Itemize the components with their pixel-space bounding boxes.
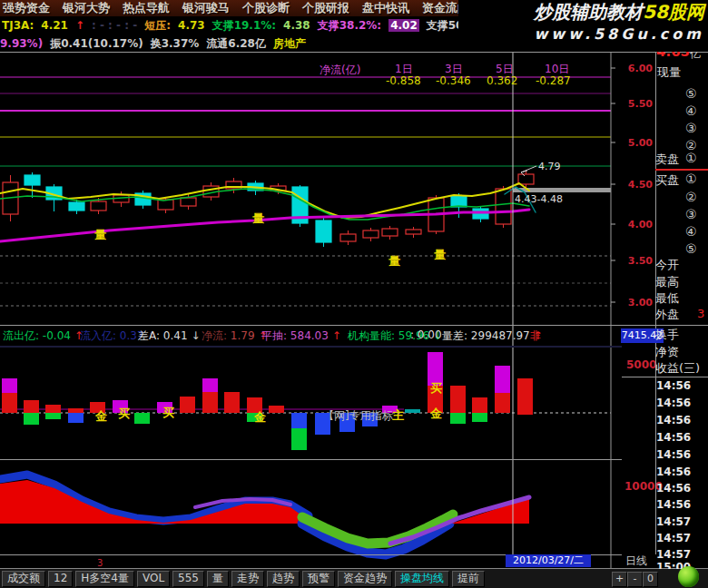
- tab-item[interactable]: H多空4量: [75, 571, 134, 587]
- signal-mark: 买: [118, 407, 130, 420]
- volume-bar: [24, 400, 39, 413]
- price-axis-label: 6.00: [615, 63, 653, 74]
- time-row: 14:56: [656, 482, 691, 495]
- price-axis-label: 3.00: [615, 297, 653, 309]
- queue-number: ⑤: [685, 86, 697, 101]
- tab-selected[interactable]: 操盘均线: [395, 571, 449, 587]
- queue-number: ②: [685, 190, 697, 204]
- watermark-line1: 炒股辅助教材58股网: [458, 0, 704, 24]
- candle-body: [158, 200, 173, 210]
- volume-bar: [495, 366, 510, 393]
- volume-bar: [24, 413, 39, 425]
- vol-mark: 量: [252, 211, 264, 225]
- signal-mark: 金: [253, 410, 267, 424]
- high-price-label: 4.79: [538, 161, 561, 172]
- candle-body: [451, 196, 467, 207]
- quote-row-label: 外盘: [655, 307, 679, 323]
- info-segment: : - : - : -: [92, 19, 137, 32]
- quote-row-label: 换手: [655, 327, 679, 343]
- candle-body: [496, 189, 511, 224]
- tab-item[interactable]: 趋势: [267, 571, 300, 587]
- sell-one-badge: ①: [685, 151, 697, 165]
- sell-label[interactable]: 卖盘: [655, 152, 679, 168]
- separator-indicator-top: [0, 325, 708, 326]
- signal-mark: 金: [94, 409, 108, 423]
- zoom-button[interactable]: -: [627, 572, 643, 587]
- netflow-col-value: -0.346: [436, 74, 471, 87]
- time-row: 14:56: [656, 466, 691, 478]
- vol-mark: 量: [94, 228, 106, 241]
- time-row: 14:56: [656, 379, 691, 392]
- tab-item[interactable]: 预警: [302, 571, 335, 587]
- tab-item[interactable]: VOL: [137, 571, 170, 587]
- info-segment: 支撑50%:: [427, 18, 458, 33]
- signal-mark: 买: [430, 381, 442, 395]
- time-row: 14:56: [656, 448, 691, 461]
- volume-bar: [45, 405, 61, 413]
- queue-number: ③: [685, 207, 697, 221]
- quote-info-row-1: TJ3A:4.21↑: - : - : -短压:4.73支撑19.1%:4.38…: [2, 18, 458, 33]
- time-row: 14:56: [656, 397, 691, 409]
- quote-row-value: 3: [697, 307, 704, 320]
- vol-mark: 量: [434, 248, 446, 261]
- bottom-left-number: 3: [97, 558, 103, 568]
- period-label[interactable]: 日线: [625, 554, 647, 569]
- separator-indicator-bottom: [0, 346, 622, 348]
- queue-number: ②: [685, 138, 697, 152]
- tab-item[interactable]: 555: [172, 571, 204, 587]
- netflow-col-value: -0.858: [386, 74, 421, 87]
- volume-bar: [472, 397, 487, 413]
- info-segment: 支撑19.1%:: [212, 18, 276, 33]
- tab-item[interactable]: 资金趋势: [338, 571, 392, 587]
- tab-item[interactable]: 量: [207, 571, 229, 587]
- price-axis-label: 4.50: [615, 179, 653, 191]
- price-axis-label: 5.50: [615, 98, 653, 110]
- info-segment: 短压:: [144, 18, 171, 33]
- price-axis-label: 5.00: [615, 137, 653, 149]
- volume-bar: [472, 413, 487, 422]
- tab-item[interactable]: 走势: [231, 571, 264, 587]
- time-row: 14:56: [656, 414, 691, 426]
- mid-axis-label: 5000: [626, 358, 656, 371]
- signal-mark: 主: [392, 408, 404, 422]
- price-range-label: 4.43-4.48: [515, 193, 563, 205]
- chart-canvas: 量量量量【网]专用指标金买买金买金主: [0, 0, 708, 588]
- tab-item[interactable]: 提前: [452, 571, 485, 587]
- separator-mid-panel: [0, 459, 622, 460]
- buy-label[interactable]: 买盘: [655, 172, 679, 189]
- time-row: 14:56: [656, 498, 691, 511]
- tab-item[interactable]: 12: [48, 571, 73, 587]
- info-segment: 4.21: [41, 19, 68, 32]
- volume-bar: [269, 406, 284, 413]
- vol-mark: 量: [388, 254, 400, 268]
- candle-body: [69, 202, 84, 211]
- volume-bar: [405, 409, 420, 413]
- candle-body: [340, 234, 356, 241]
- candle-body: [406, 230, 421, 234]
- queue-number: ④: [685, 224, 697, 239]
- time-row: 14:57: [656, 548, 691, 561]
- tab-item[interactable]: 成交额: [2, 571, 45, 587]
- volume-bar: [180, 397, 195, 413]
- volume-bar: [224, 392, 240, 413]
- stock-app-window: 量量量量【网]专用指标金买买金买金主 强势资金银河大势热点导航银河骏马个股诊断个…: [0, 0, 708, 588]
- date-box[interactable]: 2012/03/27/二: [506, 554, 591, 567]
- info-segment: ↑: [75, 19, 84, 32]
- watermark-line2: www.58Gu.com: [458, 24, 704, 45]
- volume-bar: [68, 413, 84, 423]
- volume-bar: [495, 393, 510, 413]
- info-segment: 流通6.28亿: [206, 36, 266, 51]
- netflow-col-value: -0.287: [536, 74, 571, 87]
- info-segment: 9.93%): [0, 37, 43, 50]
- quote-row-label: 收益(三): [655, 360, 700, 377]
- info-segment: 换3.37%: [151, 36, 200, 51]
- candle-body: [316, 220, 331, 242]
- separator-top: [0, 52, 708, 53]
- volume-bar: [134, 413, 150, 424]
- quote-row-label: 最高: [655, 274, 679, 290]
- zoom-button[interactable]: 0: [643, 572, 658, 587]
- zoom-button[interactable]: +: [612, 572, 627, 587]
- green-ball-icon[interactable]: [678, 566, 699, 587]
- info-segment: 振0.41(10.17%): [50, 36, 143, 51]
- time-row: 14:57: [656, 515, 691, 528]
